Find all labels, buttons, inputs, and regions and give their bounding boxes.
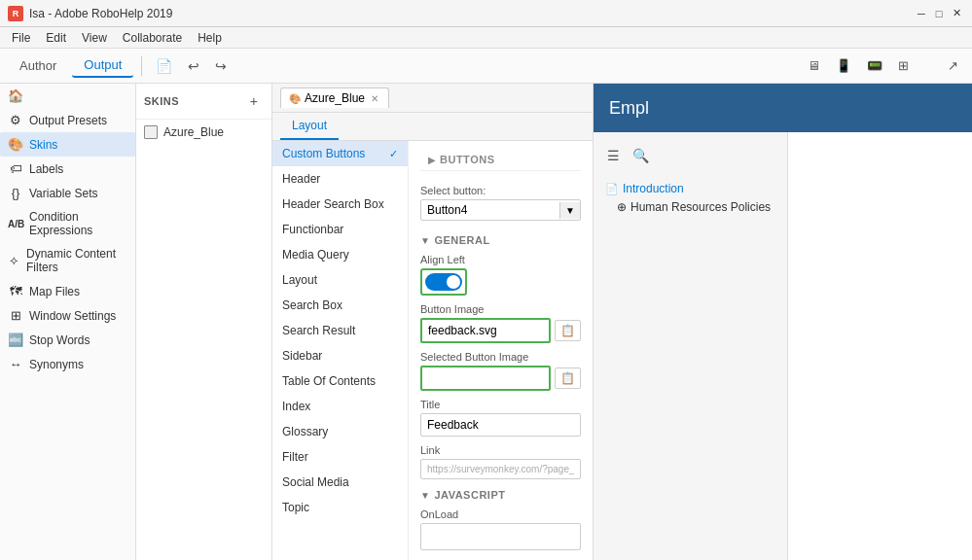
tree-expand-icon: ⊕ — [617, 200, 627, 214]
selected-button-value: Button4 — [421, 200, 559, 220]
settings-item-layout[interactable]: Layout — [272, 267, 408, 293]
sidebar-item-stop-words[interactable]: 🔤 Stop Words — [0, 328, 135, 352]
javascript-section-header[interactable]: ▼ JAVASCRIPT — [420, 489, 581, 501]
title-input[interactable] — [420, 413, 581, 437]
sidebar-item-labels[interactable]: 🏷 Labels — [0, 157, 135, 181]
output-presets-icon: ⚙ — [8, 113, 23, 127]
sidebar-item-label: Map Files — [29, 285, 80, 298]
sidebar-item-skins[interactable]: 🎨 Skins — [0, 132, 135, 157]
sidebar-item-output-presets[interactable]: ⚙ Output Presets — [0, 108, 135, 132]
settings-item-social-media[interactable]: Social Media — [272, 470, 408, 495]
dropdown-arrow-icon[interactable]: ▼ — [559, 202, 580, 219]
sidebar-item-label: Labels — [29, 162, 63, 176]
sidebar-item-condition-expressions[interactable]: A/B Condition Expressions — [0, 205, 135, 242]
browse-button-image-button[interactable]: 📋 — [555, 320, 581, 341]
settings-item-label: Index — [282, 400, 310, 413]
redo-button[interactable]: ↪ — [209, 54, 233, 78]
selected-button-image-input[interactable] — [420, 366, 551, 391]
variable-sets-icon: {} — [8, 186, 23, 200]
sidebar-item-home[interactable]: 🏠 — [0, 84, 135, 108]
condition-icon: A/B — [8, 219, 23, 229]
tree-item-introduction[interactable]: 📄 Introduction — [601, 179, 779, 198]
link-input[interactable] — [420, 459, 581, 479]
javascript-label: JAVASCRIPT — [434, 489, 505, 501]
tree-item-label: Human Resources Policies — [630, 200, 771, 214]
skins-panel: SKINS + Azure_Blue — [136, 84, 272, 560]
settings-item-label: Layout — [282, 273, 317, 287]
azure-blue-tab[interactable]: 🎨 Azure_Blue ✕ — [280, 88, 389, 108]
sidebar-item-label: Variable Sets — [29, 187, 97, 200]
settings-item-label: Table Of Contents — [282, 374, 376, 388]
settings-item-search-result[interactable]: Search Result — [272, 318, 408, 343]
onload-input[interactable] — [420, 523, 581, 550]
align-left-toggle[interactable] — [425, 273, 462, 291]
settings-item-label: Search Box — [282, 298, 342, 312]
publish-button[interactable]: ↗ — [942, 54, 964, 77]
minimize-button[interactable]: ─ — [914, 6, 929, 21]
buttons-label: BUTTONS — [440, 154, 494, 165]
maximize-button[interactable]: □ — [931, 6, 947, 21]
menu-view[interactable]: View — [74, 29, 115, 47]
tablet-view-button[interactable]: 📱 — [830, 54, 857, 77]
skin-item-icon — [144, 125, 158, 139]
close-button[interactable]: ✕ — [949, 6, 964, 21]
settings-item-filter[interactable]: Filter — [272, 444, 408, 470]
selected-button-image-label: Selected Button Image — [420, 351, 581, 363]
button-image-input[interactable] — [420, 318, 551, 343]
close-azure-tab-button[interactable]: ✕ — [369, 93, 380, 104]
menu-help[interactable]: Help — [190, 29, 230, 47]
sidebar-item-label: Skins — [29, 138, 57, 152]
settings-item-label: Topic — [282, 501, 309, 514]
app-icon: R — [8, 6, 23, 21]
general-label: GENERAL — [434, 234, 489, 246]
expand-buttons-icon[interactable]: ▶ — [428, 155, 436, 165]
settings-item-header-search-box[interactable]: Header Search Box — [272, 192, 408, 217]
align-left-label: Align Left — [420, 254, 581, 265]
menu-collaborate[interactable]: Collaborate — [115, 29, 190, 47]
sidebar-item-variable-sets[interactable]: {} Variable Sets — [0, 181, 135, 205]
tree-item-icon: 📄 — [605, 183, 619, 195]
browse-selected-button-image-button[interactable]: 📋 — [555, 368, 581, 389]
new-file-button[interactable]: 📄 — [150, 54, 178, 78]
settings-item-topic[interactable]: Topic — [272, 495, 408, 520]
button-image-row: 📋 — [420, 318, 581, 343]
custom-view-button[interactable]: ⊞ — [892, 54, 915, 77]
settings-item-sidebar[interactable]: Sidebar — [272, 343, 408, 368]
settings-item-table-of-contents[interactable]: Table Of Contents — [272, 368, 408, 394]
search-nav-button[interactable]: 🔍 — [629, 144, 652, 167]
tree-item-hr-policies[interactable]: ⊕ Human Resources Policies — [601, 198, 779, 216]
menu-file[interactable]: File — [4, 29, 38, 47]
phone-view-button[interactable]: 📟 — [861, 54, 888, 77]
tab-output[interactable]: Output — [72, 53, 133, 78]
settings-item-custom-buttons[interactable]: Custom Buttons ✓ — [272, 141, 408, 166]
desktop-view-button[interactable]: 🖥 — [802, 54, 826, 77]
general-section-header[interactable]: ▼ GENERAL — [420, 234, 581, 246]
list-nav-button[interactable]: ☰ — [601, 144, 625, 167]
link-label: Link — [420, 444, 581, 456]
collapse-js-icon: ▼ — [420, 490, 430, 501]
sidebar-item-window-settings[interactable]: ⊞ Window Settings — [0, 303, 135, 328]
tab-author[interactable]: Author — [8, 54, 68, 77]
menu-edit[interactable]: Edit — [38, 29, 74, 47]
undo-button[interactable]: ↩ — [182, 54, 205, 78]
settings-item-search-box[interactable]: Search Box — [272, 293, 408, 318]
sidebar-item-label: Condition Expressions — [29, 210, 127, 237]
select-button-dropdown[interactable]: Button4 ▼ — [420, 199, 581, 221]
add-skin-button[interactable]: + — [244, 89, 264, 113]
settings-item-media-query[interactable]: Media Query — [272, 242, 408, 267]
check-icon: ✓ — [389, 148, 398, 160]
settings-item-header[interactable]: Header — [272, 166, 408, 192]
settings-item-functionbar[interactable]: Functionbar — [272, 217, 408, 242]
settings-item-glossary[interactable]: Glossary — [272, 419, 408, 444]
layout-tab[interactable]: Layout — [280, 113, 339, 140]
skin-item-azure-blue[interactable]: Azure_Blue — [136, 120, 271, 145]
toggle-knob — [447, 275, 460, 289]
settings-item-label: Header Search Box — [282, 197, 384, 211]
sidebar-item-map-files[interactable]: 🗺 Map Files — [0, 279, 135, 303]
select-button-row: Select button: Button4 ▼ — [420, 171, 581, 227]
sidebar-item-synonyms[interactable]: ↔ Synonyms — [0, 352, 135, 376]
align-left-toggle-container — [420, 268, 467, 296]
settings-item-index[interactable]: Index — [272, 394, 408, 419]
main-layout: 🏠 ⚙ Output Presets 🎨 Skins 🏷 Labels {} V… — [0, 84, 972, 560]
sidebar-item-dynamic-content-filters[interactable]: ⟡ Dynamic Content Filters — [0, 242, 135, 279]
